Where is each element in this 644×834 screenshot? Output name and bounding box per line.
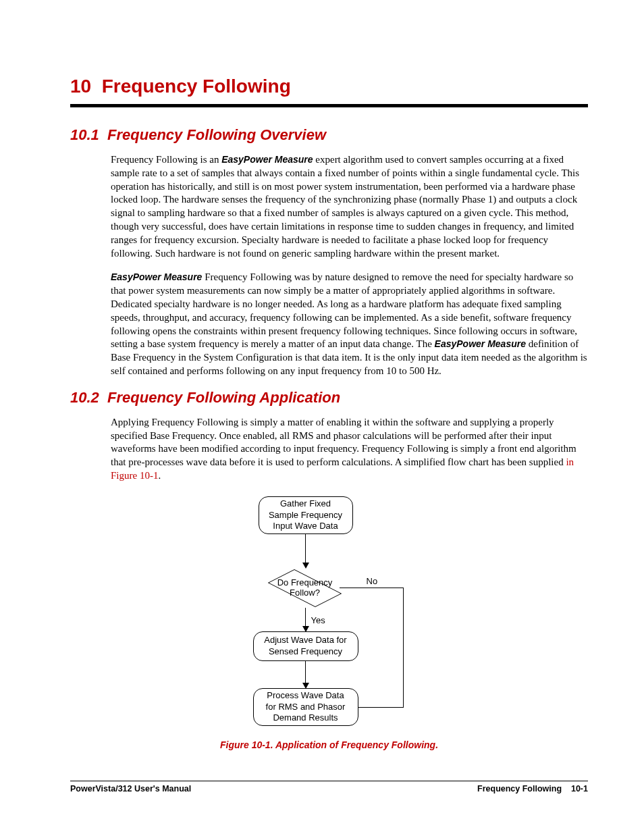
flow-box-gather: Gather Fixed Sample Frequency Input Wave… [259, 496, 353, 534]
chapter-title: 10 Frequency Following [70, 76, 588, 97]
footer-chapter-name: Frequency Following [477, 784, 562, 793]
footer-right: Frequency Following 10-1 [477, 784, 588, 793]
paragraph: Frequency Following is an EasyPower Meas… [111, 153, 588, 260]
flowchart-diagram: Gather Fixed Sample Frequency Input Wave… [238, 496, 421, 733]
chapter-name: Frequency Following [102, 76, 291, 97]
chapter-rule [70, 104, 588, 107]
flow-box-process: Process Wave Data for RMS and Phasor Dem… [253, 688, 358, 726]
text-run: . [158, 470, 161, 481]
flow-branch-yes: Yes [311, 615, 325, 625]
flow-branch-no: No [367, 576, 378, 586]
paragraph: EasyPower Measure Frequency Following wa… [111, 271, 588, 377]
section-title-10-1: 10.1 Frequency Following Overview [70, 126, 588, 144]
flow-box-label: Gather Fixed Sample Frequency Input Wave… [269, 498, 342, 531]
product-name: EasyPower Measure [111, 271, 202, 282]
paragraph: Applying Frequency Following is simply a… [111, 416, 588, 483]
flow-connector [340, 588, 404, 589]
section-number: 10.1 [70, 126, 99, 143]
text-run: expert algorithm used to convert samples… [111, 154, 579, 259]
flow-decision-label: Do Frequency Follow? [269, 577, 341, 598]
flow-connector [356, 707, 404, 708]
chapter-number: 10 [70, 76, 91, 97]
flow-connector [305, 661, 306, 685]
figure: Gather Fixed Sample Frequency Input Wave… [70, 494, 588, 750]
section-name: Frequency Following Application [107, 389, 340, 406]
text-run: Frequency Following is an [111, 154, 221, 165]
page-footer: PowerVista/312 User's Manual Frequency F… [70, 781, 588, 793]
footer-manual-title: PowerVista/312 User's Manual [70, 784, 191, 793]
section-number: 10.2 [70, 389, 99, 406]
section-name: Frequency Following Overview [107, 126, 326, 143]
flow-decision: Do Frequency Follow? [269, 568, 341, 608]
flow-box-adjust: Adjust Wave Data for Sensed Frequency [253, 631, 358, 661]
flow-connector [403, 588, 404, 708]
section-title-10-2: 10.2 Frequency Following Application [70, 389, 588, 407]
flow-box-label: Adjust Wave Data for Sensed Frequency [264, 635, 346, 657]
figure-caption: Figure 10-1. Application of Frequency Fo… [220, 739, 438, 750]
product-name: EasyPower Measure [221, 154, 313, 165]
text-run: Applying Frequency Following is simply a… [111, 417, 576, 467]
footer-page-number: 10-1 [571, 784, 588, 793]
footer-rule [70, 781, 588, 781]
flow-box-label: Process Wave Data for RMS and Phasor Dem… [266, 690, 346, 723]
product-name: EasyPower Measure [435, 338, 526, 349]
flow-connector [305, 534, 306, 565]
